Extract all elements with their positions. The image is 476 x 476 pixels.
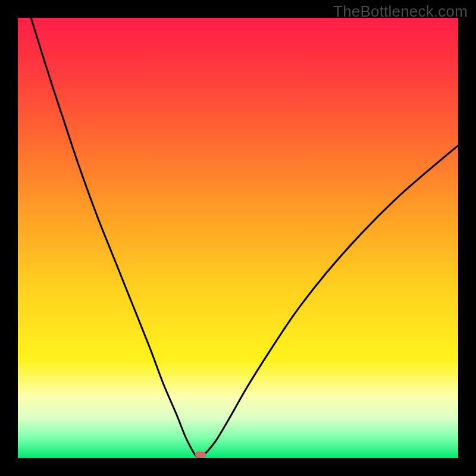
optimal-point-marker	[195, 452, 206, 458]
plot-svg	[18, 18, 458, 458]
chart-frame: TheBottleneck.com	[0, 0, 476, 476]
gradient-background	[18, 18, 458, 458]
plot-area	[18, 18, 458, 458]
watermark-text: TheBottleneck.com	[333, 2, 468, 21]
